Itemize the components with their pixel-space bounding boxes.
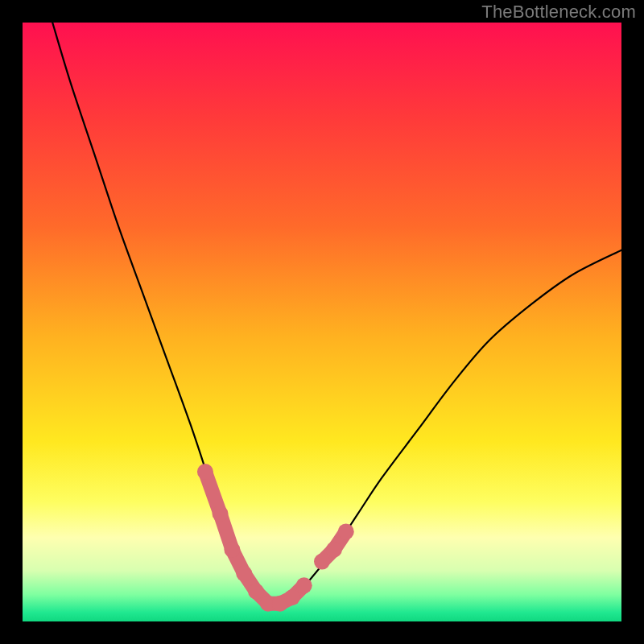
plot-area [23, 23, 621, 621]
highlight-dot [296, 577, 312, 593]
highlight-dot [338, 523, 354, 539]
highlight-dot [248, 584, 264, 600]
highlight-dot [236, 565, 252, 581]
highlight-dot [314, 554, 330, 570]
watermark-text: TheBottleneck.com [481, 2, 636, 23]
highlight-dot [197, 464, 213, 480]
gradient-background [23, 23, 621, 621]
bottleneck-chart [23, 23, 621, 621]
outer-frame: TheBottleneck.com [0, 0, 644, 644]
highlight-dot [213, 506, 229, 522]
highlight-dot [224, 542, 240, 558]
highlight-dot [326, 542, 342, 558]
highlight-dot [284, 589, 300, 605]
